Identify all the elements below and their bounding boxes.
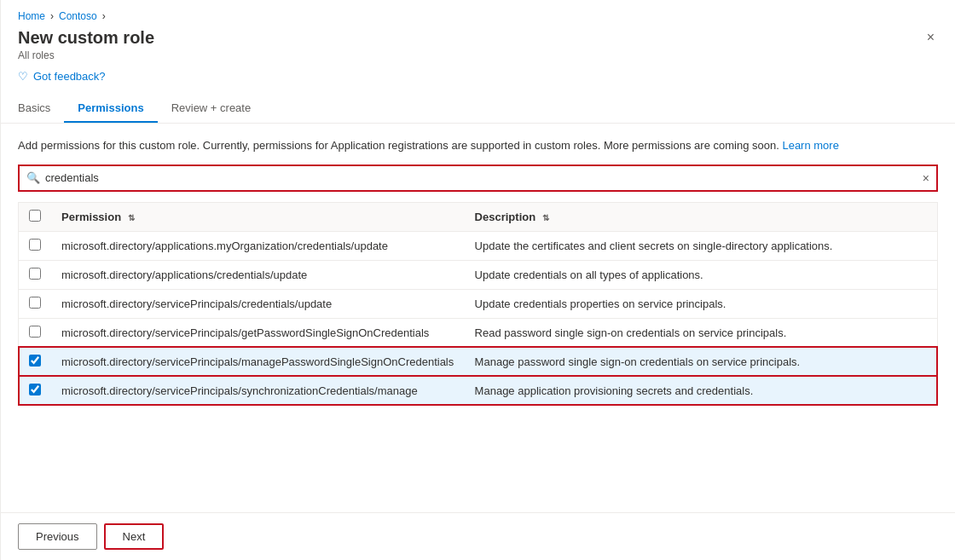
search-box: 🔍 ×	[18, 165, 938, 192]
search-input[interactable]	[45, 171, 923, 184]
row5-checkbox[interactable]	[29, 355, 41, 367]
heart-icon: ♡	[18, 70, 28, 83]
panel-header: Home › Contoso › New custom role All rol…	[1, 0, 955, 124]
table-row: microsoft.directory/applications.myOrgan…	[19, 231, 937, 260]
row1-permission: microsoft.directory/applications.myOrgan…	[51, 231, 465, 260]
row6-permission: microsoft.directory/servicePrincipals/sy…	[51, 376, 465, 405]
panel-body: Add permissions for this custom role. Cu…	[1, 124, 955, 512]
breadcrumb-contoso[interactable]: Contoso	[59, 10, 97, 22]
row4-permission: microsoft.directory/servicePrincipals/ge…	[51, 318, 465, 347]
title-row: New custom role All roles ×	[18, 27, 938, 61]
row4-checkbox[interactable]	[29, 326, 41, 338]
description-column-header: Description ⇅	[465, 203, 937, 232]
next-button[interactable]: Next	[104, 523, 165, 550]
row6-checkbox[interactable]	[29, 384, 41, 395]
row1-checkbox[interactable]	[29, 239, 41, 251]
feedback-row[interactable]: ♡ Got feedback?	[18, 61, 938, 91]
close-button[interactable]: ×	[923, 27, 938, 48]
permission-column-header: Permission ⇅	[51, 203, 465, 232]
info-text: Add permissions for this custom role. Cu…	[18, 137, 938, 154]
select-all-cell	[19, 203, 51, 232]
row2-permission: microsoft.directory/applications/credent…	[51, 260, 465, 289]
row2-description: Update credentials on all types of appli…	[465, 260, 937, 289]
page-subtitle: All roles	[18, 49, 154, 61]
search-clear-button[interactable]: ×	[923, 172, 929, 184]
tab-permissions[interactable]: Permissions	[64, 95, 157, 123]
table-row: microsoft.directory/servicePrincipals/ma…	[19, 347, 937, 376]
panel-footer: Previous Next	[1, 512, 955, 560]
table-row: microsoft.directory/servicePrincipals/ge…	[19, 318, 937, 347]
row5-description: Manage password single sign-on credentia…	[465, 347, 937, 376]
learn-more-link[interactable]: Learn more	[782, 139, 838, 152]
permissions-table: Permission ⇅ Description ⇅ microsoft.dir…	[19, 203, 937, 405]
permission-sort-icon[interactable]: ⇅	[128, 213, 135, 222]
row3-permission: microsoft.directory/servicePrincipals/cr…	[51, 289, 465, 318]
row1-description: Update the certificates and client secre…	[465, 231, 937, 260]
search-icon: 🔍	[26, 171, 40, 184]
previous-button[interactable]: Previous	[18, 523, 97, 550]
tab-review[interactable]: Review + create	[158, 95, 265, 123]
feedback-label: Got feedback?	[33, 70, 106, 83]
breadcrumb-home[interactable]: Home	[18, 10, 45, 22]
row3-description: Update credentials properties on service…	[465, 289, 937, 318]
select-all-checkbox[interactable]	[29, 210, 41, 222]
row2-checkbox[interactable]	[29, 268, 41, 280]
tab-basics[interactable]: Basics	[18, 95, 64, 123]
table-header-row: Permission ⇅ Description ⇅	[19, 203, 937, 232]
row6-description: Manage application provisioning secrets …	[465, 376, 937, 405]
description-sort-icon[interactable]: ⇅	[542, 213, 549, 222]
row4-description: Read password single sign-on credentials…	[465, 318, 937, 347]
panel: Home › Contoso › New custom role All rol…	[0, 0, 955, 560]
permissions-table-container: Permission ⇅ Description ⇅ microsoft.dir…	[18, 202, 938, 406]
breadcrumb: Home › Contoso ›	[18, 10, 938, 22]
table-row: microsoft.directory/applications/credent…	[19, 260, 937, 289]
tabs-row: Basics Permissions Review + create	[18, 95, 938, 123]
row5-permission: microsoft.directory/servicePrincipals/ma…	[51, 347, 465, 376]
page-title: New custom role	[18, 27, 154, 48]
table-row: microsoft.directory/servicePrincipals/sy…	[19, 376, 937, 405]
table-row: microsoft.directory/servicePrincipals/cr…	[19, 289, 937, 318]
row3-checkbox[interactable]	[29, 297, 41, 309]
